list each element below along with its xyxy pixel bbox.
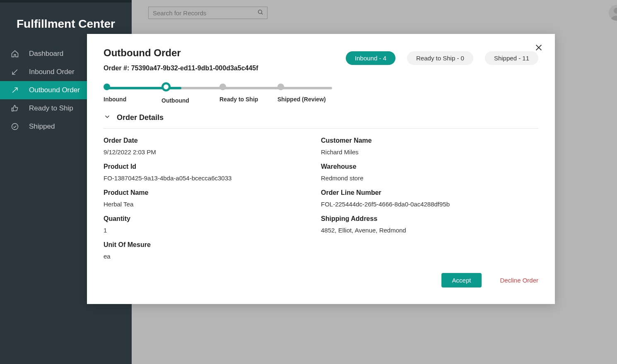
step-dot-pending-icon <box>219 84 226 90</box>
sidebar-item-label: Outbound Order <box>29 86 80 94</box>
svg-point-0 <box>12 124 18 130</box>
field-label: Unit Of Mesure <box>104 241 321 249</box>
field-order-line-number: Order Line Number FOL-225444dc-26f5-4666… <box>321 189 538 208</box>
step-dot-pending-icon <box>277 84 284 90</box>
home-icon <box>11 50 19 58</box>
field-product-id: Product Id FO-13870425-9a13-4bda-a054-bc… <box>104 163 321 182</box>
field-value: Redmond store <box>321 175 538 182</box>
field-value: 4852, Elliot, Avenue, Redmond <box>321 227 538 234</box>
pill-ready-to-ship[interactable]: Ready to Ship - 0 <box>407 51 473 65</box>
field-label: Quantity <box>104 215 321 223</box>
field-quantity: Quantity 1 <box>104 215 321 234</box>
details-right-column: Customer Name Richard Miles Warehouse Re… <box>321 133 538 267</box>
step-dot-done-icon <box>104 84 110 90</box>
step-label: Inbound <box>104 96 126 103</box>
modal-actions: Accept Decline Order <box>104 273 538 287</box>
step-dot-current-icon <box>161 82 171 91</box>
chevron-down-icon <box>104 113 111 122</box>
sidebar-item-label: Inbound Order <box>29 68 75 76</box>
field-label: Warehouse <box>321 163 538 170</box>
outbound-order-modal: Outbound Order Order #: 75390a47-9b32-ed… <box>87 34 555 304</box>
order-number: Order #: 75390a47-9b32-ed11-9db1-000d3a5… <box>104 65 258 72</box>
field-label: Product Name <box>104 189 321 196</box>
sidebar-item-label: Shipped <box>29 122 55 131</box>
field-label: Order Line Number <box>321 189 538 196</box>
field-value: 9/12/2022 2:03 PM <box>104 148 321 156</box>
field-label: Order Date <box>104 137 321 144</box>
field-value: Herbal Tea <box>104 201 321 208</box>
status-pills: Inbound - 4 Ready to Ship - 0 Shipped - … <box>346 51 538 65</box>
pill-shipped[interactable]: Shipped - 11 <box>485 51 538 65</box>
field-label: Shipping Address <box>321 215 538 223</box>
modal-title: Outbound Order <box>104 47 258 59</box>
field-order-date: Order Date 9/12/2022 2:03 PM <box>104 137 321 156</box>
modal-header: Outbound Order Order #: 75390a47-9b32-ed… <box>104 47 538 72</box>
field-value: 1 <box>104 227 321 234</box>
step-label: Outbound <box>161 97 189 104</box>
close-icon[interactable] <box>534 43 543 53</box>
step-ready-to-ship: Ready to Ship <box>219 84 277 104</box>
order-details-toggle[interactable]: Order Details <box>104 113 538 122</box>
field-shipping-address: Shipping Address 4852, Elliot, Avenue, R… <box>321 215 538 234</box>
step-shipped-review: Shipped (Review) <box>277 84 335 104</box>
accept-button[interactable]: Accept <box>441 273 482 287</box>
progress-stepper: Inbound Outbound Ready to Ship Shipped (… <box>104 84 335 104</box>
order-details: Order Date 9/12/2022 2:03 PM Product Id … <box>104 133 538 267</box>
decline-order-button[interactable]: Decline Order <box>500 277 538 284</box>
field-label: Customer Name <box>321 137 538 144</box>
sidebar-item-label: Ready to Ship <box>29 104 73 113</box>
field-value: FO-13870425-9a13-4bda-a054-bcecca6c3033 <box>104 175 321 182</box>
field-value: FOL-225444dc-26f5-4666-8da0-0ac4288df95b <box>321 201 538 208</box>
step-outbound: Outbound <box>161 84 219 104</box>
sidebar-item-label: Dashboard <box>29 50 63 58</box>
divider <box>104 128 538 129</box>
thumbs-up-icon <box>11 104 19 113</box>
arrow-up-right-icon <box>11 86 19 94</box>
section-title: Order Details <box>117 113 164 122</box>
field-product-name: Product Name Herbal Tea <box>104 189 321 208</box>
step-label: Shipped (Review) <box>277 96 326 103</box>
check-circle-icon <box>11 122 19 131</box>
field-label: Product Id <box>104 163 321 170</box>
details-left-column: Order Date 9/12/2022 2:03 PM Product Id … <box>104 133 321 267</box>
pill-inbound[interactable]: Inbound - 4 <box>346 51 395 65</box>
field-warehouse: Warehouse Redmond store <box>321 163 538 182</box>
field-customer-name: Customer Name Richard Miles <box>321 137 538 156</box>
step-label: Ready to Ship <box>219 96 258 103</box>
field-unit-of-measure: Unit Of Mesure ea <box>104 241 321 260</box>
step-inbound: Inbound <box>104 84 161 104</box>
field-value: ea <box>104 253 321 260</box>
field-value: Richard Miles <box>321 148 538 156</box>
arrow-down-left-icon <box>11 68 19 76</box>
